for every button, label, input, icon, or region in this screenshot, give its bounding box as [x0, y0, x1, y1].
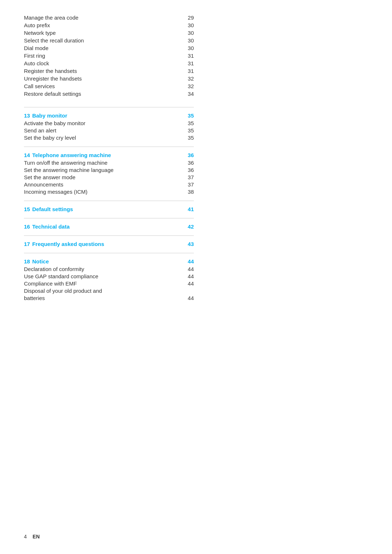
sub-item-text: Compliance with EMF: [24, 280, 77, 287]
section-header-left: 15Default settings: [24, 206, 73, 212]
sub-item-page: 38: [183, 189, 194, 195]
section-header-left: 14Telephone answering machine: [24, 152, 111, 158]
section-header-left: 13Baby monitor: [24, 112, 67, 119]
section-page-number: 42: [183, 223, 194, 230]
settings-item-page: 31: [183, 68, 194, 74]
settings-item: Call services32: [24, 83, 194, 89]
settings-item-page: 30: [183, 22, 194, 28]
toc-sections: 13Baby monitor35Activate the baby monito…: [24, 107, 194, 301]
settings-item-text: Register the handsets: [24, 68, 77, 74]
sub-item-page: 37: [183, 174, 194, 180]
settings-item-text: Dial mode: [24, 45, 49, 51]
sub-item-page: 35: [183, 127, 194, 134]
sub-item: Use GAP standard compliance44: [24, 273, 194, 279]
section-number: 18: [24, 258, 30, 264]
sub-item: Set the answering machine language36: [24, 167, 194, 173]
section-number: 13: [24, 112, 30, 119]
settings-item-page: 31: [183, 60, 194, 66]
settings-item: Network type30: [24, 30, 194, 36]
section-header-row: 13Baby monitor35: [24, 112, 194, 119]
settings-item-text: Auto clock: [24, 60, 49, 66]
section-title: Telephone answering machine: [32, 152, 111, 158]
sub-items-list: Activate the baby monitor35Send an alert…: [24, 120, 194, 141]
section-header-row: 16Technical data42: [24, 223, 194, 230]
sub-item-page: 35: [183, 120, 194, 126]
section-page-number: 36: [183, 152, 194, 158]
section-divider: [24, 235, 194, 236]
section-title: Baby monitor: [32, 112, 68, 119]
page-footer: 4 EN: [24, 534, 40, 539]
settings-item-page: 29: [183, 15, 194, 21]
settings-item-page: 32: [183, 83, 194, 89]
settings-item-page: 30: [183, 30, 194, 36]
settings-item-page: 32: [183, 75, 194, 82]
settings-item: Unregister the handsets32: [24, 75, 194, 82]
section-page-number: 43: [183, 241, 194, 247]
settings-item: Dial mode30: [24, 45, 194, 51]
settings-item-text: Restore default settings: [24, 91, 81, 97]
sub-item: Announcements37: [24, 181, 194, 188]
sub-item-text: Declaration of conformity: [24, 266, 84, 272]
sub-items-list: Declaration of conformity44Use GAP stand…: [24, 266, 194, 301]
settings-item-text: Unregister the handsets: [24, 75, 82, 82]
sub-item-text: Incoming messages (ICM): [24, 189, 87, 195]
section-title: Notice: [32, 258, 49, 264]
settings-item-page: 31: [183, 53, 194, 59]
sub-item-text: Set the answer mode: [24, 174, 75, 180]
section-page-number: 35: [183, 112, 194, 119]
sub-item-text: batteries: [24, 295, 45, 301]
section-divider: [24, 218, 194, 218]
section-block-18: 18Notice44Declaration of conformity44Use…: [24, 258, 194, 301]
settings-item: Register the handsets31: [24, 68, 194, 74]
settings-item: Auto clock31: [24, 60, 194, 66]
section-block-14: 14Telephone answering machine36Turn on/o…: [24, 152, 194, 195]
section-block-15: 15Default settings41: [24, 206, 194, 212]
settings-item-page: 30: [183, 37, 194, 44]
sub-item-text: Turn on/off the answering machine: [24, 160, 107, 166]
section-page-number: 44: [183, 258, 194, 264]
section-title: Technical data: [32, 223, 70, 230]
section-divider: [24, 107, 194, 107]
sub-item-page: 44: [183, 295, 194, 301]
section-page-number: 41: [183, 206, 194, 212]
sub-item: Declaration of conformity44: [24, 266, 194, 272]
section-header-left: 16Technical data: [24, 223, 70, 230]
sub-item: Disposal of your old product and: [24, 288, 194, 294]
sub-item-text: Activate the baby monitor: [24, 120, 85, 126]
settings-item: Auto prefix30: [24, 22, 194, 28]
section-divider: [24, 201, 194, 201]
settings-item: Restore default settings34: [24, 91, 194, 97]
section-block-13: 13Baby monitor35Activate the baby monito…: [24, 112, 194, 141]
sub-item-text: Send an alert: [24, 127, 56, 134]
sub-item-text: Set the answering machine language: [24, 167, 114, 173]
footer-page-number: 4: [24, 534, 27, 539]
settings-item: Select the recall duration30: [24, 37, 194, 44]
section-header-left: 17Frequently asked questions: [24, 241, 104, 247]
sub-item-text: Set the baby cry level: [24, 135, 76, 141]
top-settings-group: Manage the area code29Auto prefix30Netwo…: [24, 15, 194, 97]
section-header-row: 15Default settings41: [24, 206, 194, 212]
section-divider: [24, 253, 194, 253]
sub-item-text: Announcements: [24, 181, 63, 188]
sub-item: Send an alert35: [24, 127, 194, 134]
sub-item-page: 36: [183, 160, 194, 166]
section-header-row: 18Notice44: [24, 258, 194, 264]
settings-item-text: Select the recall duration: [24, 37, 84, 44]
sub-items-list: Turn on/off the answering machine36Set t…: [24, 160, 194, 195]
section-header-left: 18Notice: [24, 258, 49, 264]
settings-item-text: Manage the area code: [24, 15, 78, 21]
sub-item: Compliance with EMF44: [24, 280, 194, 287]
section-block-17: 17Frequently asked questions43: [24, 241, 194, 247]
sub-item-page: 44: [183, 273, 194, 279]
section-header-row: 17Frequently asked questions43: [24, 241, 194, 247]
sub-item-page: 44: [183, 266, 194, 272]
sub-item: Set the baby cry level35: [24, 135, 194, 141]
sub-item-text: Use GAP standard compliance: [24, 273, 98, 279]
section-number: 15: [24, 206, 30, 212]
sub-item-page: 44: [183, 280, 194, 287]
sub-item: Set the answer mode37: [24, 174, 194, 180]
section-number: 16: [24, 223, 30, 230]
sub-item: Turn on/off the answering machine36: [24, 160, 194, 166]
settings-item-page: 34: [183, 91, 194, 97]
sub-item-page: 37: [183, 181, 194, 188]
